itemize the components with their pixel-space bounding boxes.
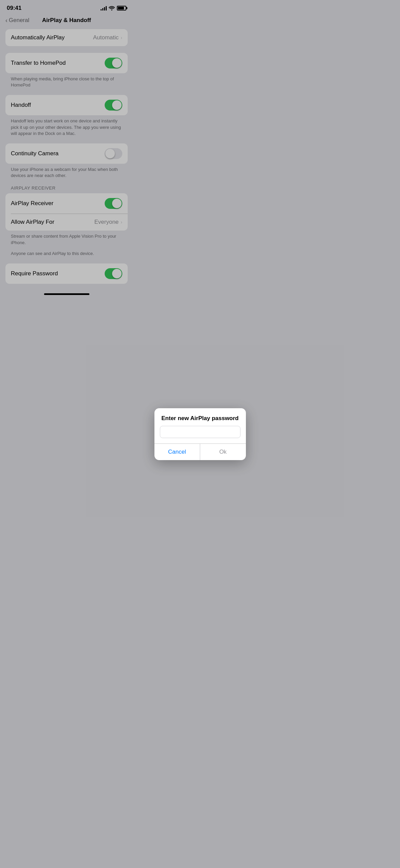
dialog-overlay: Enter new AirPlay password Cancel Ok [0, 0, 133, 300]
